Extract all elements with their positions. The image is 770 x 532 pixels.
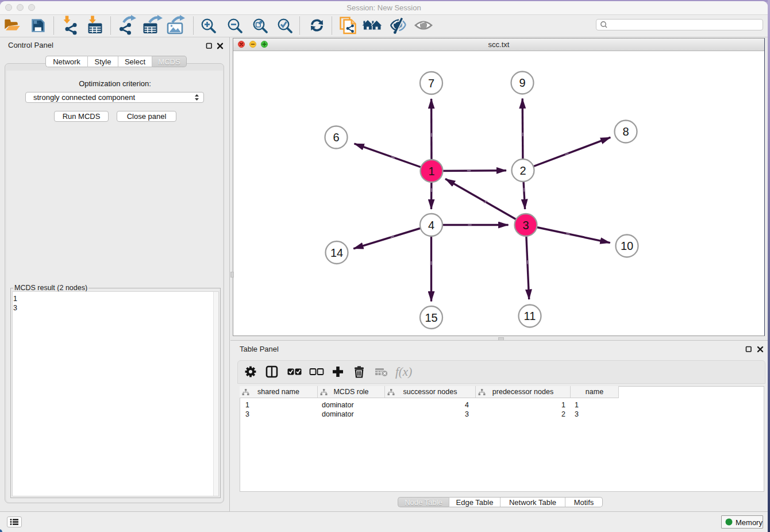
svg-text:8: 8: [622, 125, 629, 138]
svg-text:6: 6: [333, 131, 339, 144]
svg-text:4: 4: [428, 219, 434, 232]
svg-text:2: 2: [519, 164, 526, 177]
svg-text:11: 11: [524, 310, 536, 322]
svg-text:7: 7: [428, 77, 434, 90]
svg-text:10: 10: [621, 240, 633, 252]
svg-text:3: 3: [522, 219, 529, 232]
svg-text:9: 9: [519, 76, 525, 89]
svg-text:15: 15: [425, 311, 437, 324]
svg-text:14: 14: [330, 246, 343, 259]
svg-text:f(x): f(x): [395, 365, 412, 379]
svg-text:1: 1: [428, 165, 434, 178]
